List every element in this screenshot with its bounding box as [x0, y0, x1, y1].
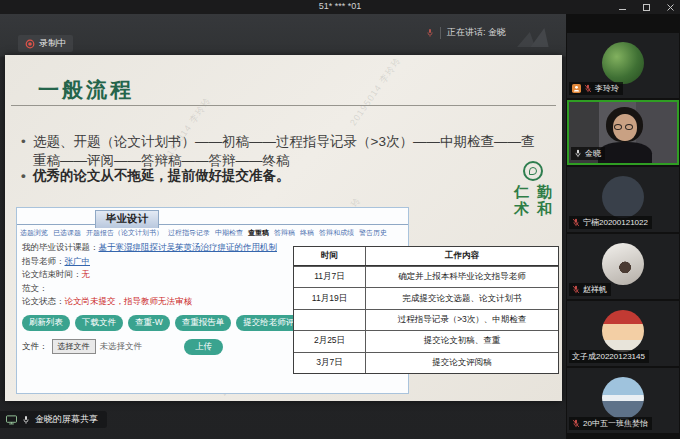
- tab-defense-grade: 答辩和成绩: [319, 228, 354, 238]
- table-row: 3月7日 提交论文评阅稿: [294, 352, 558, 373]
- refresh-list-button: 刷新列表: [22, 315, 70, 331]
- minimize-button[interactable]: [616, 1, 628, 13]
- participant-name: 金晓: [585, 148, 601, 159]
- host-icon: [572, 84, 581, 93]
- tab-plagiarism-draft: 查重稿: [248, 228, 269, 238]
- avatar: [602, 42, 644, 84]
- tab-guidance-log: 过程指导记录: [168, 228, 210, 238]
- presentation-slide: 20195014 李玲玲 20195014 李玲玲 20195014 李玲玲 2…: [5, 55, 562, 401]
- participant-tile[interactable]: 赵祥帆: [567, 234, 679, 299]
- meeting-app-logo-icon: [516, 23, 560, 51]
- speaker-mic-icon: [426, 28, 434, 38]
- participant-name: 李玲玲: [595, 83, 619, 94]
- screen-share-icon: [6, 415, 17, 425]
- mic-muted-icon: [584, 84, 592, 93]
- tab-warning-history: 警告历史: [359, 228, 387, 238]
- divider: [440, 27, 441, 39]
- advisor-link: 张广中: [65, 256, 91, 266]
- speaking-indicator: 正在讲话: 金晓: [426, 26, 506, 39]
- participant-tile[interactable]: 文子成20220123145: [567, 301, 679, 366]
- mic-muted-icon: [572, 285, 580, 294]
- participant-tile[interactable]: 宁楠20200121022: [567, 167, 679, 232]
- recording-icon: [25, 39, 35, 49]
- participant-nametag: 金晓: [571, 147, 605, 160]
- seal-char: 和: [533, 201, 556, 218]
- close-button[interactable]: [664, 1, 676, 13]
- participant-name: 宁楠20200121022: [583, 217, 648, 228]
- participant-name: 文子成20220123145: [572, 351, 645, 362]
- avatar: [602, 243, 644, 285]
- share-mic-icon: [22, 415, 30, 425]
- panel-title-tab: 毕业设计: [95, 210, 159, 228]
- check-w-button: 查重-W: [128, 315, 170, 331]
- choose-file-button: 选择文件: [52, 339, 96, 354]
- avatar: [602, 176, 644, 218]
- tab-final-draft: 终稿: [300, 228, 314, 238]
- tab-midterm-check: 中期检查: [215, 228, 243, 238]
- upload-button: 上传: [184, 339, 223, 355]
- recording-label: 录制中: [39, 37, 66, 50]
- recording-indicator[interactable]: 录制中: [18, 35, 73, 52]
- download-file-button: 下载文件: [75, 315, 123, 331]
- window-titlebar: 51* *** *01: [0, 0, 680, 14]
- speaking-label: 正在讲话: 金晓: [447, 26, 506, 39]
- participant-nametag: 文子成20220123145: [569, 350, 649, 363]
- table-header-row: 时间 工作内容: [294, 247, 558, 266]
- shared-screen-area: 录制中 正在讲话: 金晓 20195014 李玲玲 20195014 李玲玲 2…: [0, 14, 566, 439]
- check-report-button: 查重报告单: [175, 315, 232, 331]
- screen-share-banner: 金晓的屏幕共享: [0, 411, 107, 428]
- watermark: 20195014 李玲玲: [347, 54, 404, 128]
- panel-tab-bar: 毕业设计: [17, 208, 408, 225]
- seal-char: 仁: [510, 184, 533, 201]
- participant-nametag: 20中五一班焦婪怡: [569, 417, 652, 430]
- participant-tile[interactable]: 李玲玲: [567, 33, 679, 98]
- avatar: [602, 310, 644, 352]
- mic-muted-icon: [572, 419, 580, 428]
- mic-muted-icon: [572, 218, 580, 227]
- participant-name: 赵祥帆: [583, 284, 607, 295]
- tab-defense-draft: 答辩稿: [274, 228, 295, 238]
- share-banner-label: 金晓的屏幕共享: [35, 413, 98, 426]
- file-label: 文件：: [22, 341, 48, 353]
- maximize-button[interactable]: [640, 1, 652, 13]
- window-title: 51* *** *01: [0, 1, 680, 11]
- table-row: 11月7日 确定并上报本科毕业论文指导老师: [294, 266, 558, 287]
- participant-name: 20中五一班焦婪怡: [583, 418, 648, 429]
- seal-emblem-icon: [523, 161, 543, 181]
- title-underline: [11, 105, 556, 106]
- table-row: 过程指导记录（>3次）、中期检查: [294, 309, 558, 330]
- participant-nametag: 宁楠20200121022: [569, 216, 652, 229]
- table-row: 2月25日 提交论文初稿、查重: [294, 330, 558, 351]
- slide-bullet-process: 选题、开题（论文计划书）——初稿——过程指导记录（>3次）——中期检查——查重稿…: [33, 132, 541, 170]
- tab-topic-browse: 选题浏览: [20, 228, 48, 238]
- table-row: 11月19日 完成提交论文选题、论文计划书: [294, 287, 558, 308]
- seal-char: 术: [510, 201, 533, 218]
- meeting-window: 51* *** *01 录制中 正在讲话: 金晓 20195014 李玲玲 20…: [0, 0, 680, 439]
- slide-bullet-advice: 优秀的论文从不拖延，提前做好提交准备。: [33, 166, 541, 185]
- avatar: [602, 377, 644, 419]
- tab-proposal: 开题报告（论文计划书）: [86, 228, 163, 238]
- schedule-table: 时间 工作内容 11月7日 确定并上报本科毕业论文指导老师 11月19日 完成提…: [293, 246, 559, 374]
- participant-tile[interactable]: 20中五一班焦婪怡: [567, 368, 679, 433]
- participants-sidebar: 李玲玲 金晓 宁楠20200121022 赵祥帆: [566, 14, 680, 439]
- panel-nav-tabs: 选题浏览 已选课题 开题报告（论文计划书） 过程指导记录 中期检查 查重稿 答辩…: [17, 225, 408, 240]
- participant-nametag: 赵祥帆: [569, 283, 611, 296]
- mic-on-icon: [574, 149, 582, 158]
- participant-tile-speaking[interactable]: 金晓: [567, 100, 679, 165]
- file-status: 未选择文件: [100, 341, 143, 353]
- seal-char: 勤: [533, 184, 556, 201]
- slide-title: 一般流程: [38, 76, 134, 104]
- tab-topic-selected: 已选课题: [53, 228, 81, 238]
- school-seal-logo: 仁 勤 术 和: [510, 161, 556, 218]
- participant-nametag: 李玲玲: [569, 82, 623, 95]
- topic-link: 基于寒湿痹阻探讨吴茱萸汤治疗痹证的作用机制: [99, 242, 278, 252]
